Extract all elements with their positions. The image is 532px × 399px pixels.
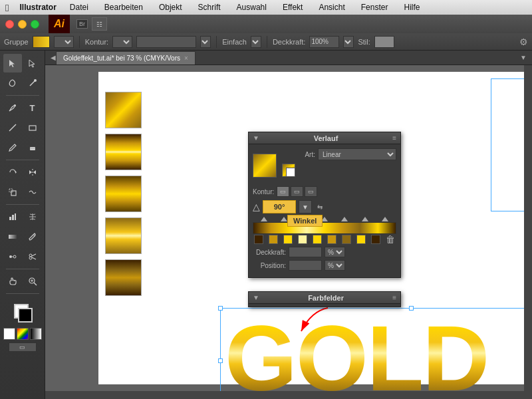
kontur-btn-1[interactable]: ▭	[277, 186, 289, 197]
handle-tm[interactable]	[409, 306, 414, 311]
deckkraft-panel-input[interactable]	[289, 247, 322, 257]
minimize-button[interactable]	[18, 20, 27, 29]
none-color[interactable]	[3, 328, 15, 340]
white-swatch[interactable]	[286, 168, 295, 177]
stop-top-2[interactable]	[281, 217, 287, 221]
handle-ml[interactable]	[218, 358, 223, 363]
deckkraft-select[interactable]	[343, 36, 354, 48]
horizontal-scrollbar[interactable]	[45, 391, 524, 399]
menu-bearbeiten[interactable]: Bearbeiten	[102, 1, 146, 13]
menu-schrift[interactable]: Schrift	[196, 1, 223, 13]
menu-fenster[interactable]: Fenster	[358, 1, 391, 13]
verlauf-menu-icon[interactable]: ≡	[392, 134, 396, 142]
reflect-tool[interactable]	[23, 163, 42, 182]
arrange-button[interactable]: ☷	[92, 17, 107, 31]
gradient-tool[interactable]	[3, 227, 22, 246]
scale-tool[interactable]	[3, 183, 22, 201]
stop-top-7[interactable]	[382, 217, 388, 221]
handle-tl[interactable]	[218, 306, 223, 311]
gradient-preview[interactable]	[253, 154, 277, 178]
add-stop[interactable]: 🗑	[386, 235, 395, 244]
farbfelder-collapse-icon[interactable]: ▼	[253, 294, 259, 301]
stop-bot-7[interactable]	[342, 235, 351, 244]
swatch-3[interactable]	[105, 176, 142, 212]
eyedropper-tool[interactable]	[23, 227, 42, 246]
eraser-tool[interactable]	[23, 138, 42, 157]
deckkraft-input[interactable]	[309, 36, 339, 48]
stop-top-6[interactable]	[362, 217, 368, 221]
verlauf-title-bar[interactable]: ▼ Verlauf ≡	[249, 132, 400, 144]
menu-ansicht[interactable]: Ansicht	[316, 1, 347, 13]
document-tab[interactable]: Goldeffekt_tut.ai* bei 73 % (CMYK/Vors ×	[56, 51, 196, 65]
stop-bot-3[interactable]	[283, 235, 293, 244]
kontur-input[interactable]	[136, 36, 196, 48]
swatch-1[interactable]	[105, 92, 142, 128]
kontur-btn-3[interactable]: ▭	[305, 186, 317, 197]
reverse-icon[interactable]: ⇆	[317, 203, 323, 211]
einfach-select[interactable]	[251, 36, 261, 48]
mesh-tool[interactable]	[23, 207, 42, 226]
rotate-tool[interactable]	[3, 163, 22, 182]
verlauf-collapse-icon[interactable]: ▼	[253, 134, 259, 142]
angle-dropdown[interactable]: ▼	[299, 200, 312, 213]
menu-effekt[interactable]: Effekt	[280, 1, 305, 13]
farbfelder-menu-icon[interactable]: ≡	[392, 294, 396, 301]
fill-color[interactable]	[33, 36, 50, 48]
stop-bot-9[interactable]	[371, 235, 380, 244]
shape-tool[interactable]	[23, 118, 42, 137]
farbfelder-title-bar[interactable]: ▼ Farbfelder ≡	[249, 292, 400, 304]
menu-objekt[interactable]: Objekt	[156, 1, 185, 13]
stop-top-5[interactable]	[341, 217, 348, 221]
tab-close[interactable]: ×	[184, 55, 188, 62]
stop-bot-5[interactable]	[313, 235, 322, 244]
direct-selection-tool[interactable]	[23, 54, 42, 72]
kontur-btn-2[interactable]: ▭	[291, 186, 303, 197]
stop-bot-6[interactable]	[327, 235, 336, 244]
swatch-5[interactable]	[105, 259, 142, 296]
zoom-tool[interactable]	[23, 272, 42, 291]
scissors-tool[interactable]	[23, 247, 42, 266]
apple-menu[interactable]: 	[5, 2, 9, 13]
stop-bot-1[interactable]	[254, 235, 263, 244]
kontur-select[interactable]	[112, 36, 132, 48]
lasso-tool[interactable]	[3, 74, 22, 92]
position-panel-input[interactable]	[289, 260, 322, 271]
stop-bot-8[interactable]	[356, 235, 366, 244]
stop-bot-2[interactable]	[269, 235, 278, 244]
options-menu-icon[interactable]: ⚙	[519, 37, 528, 47]
swatch-4[interactable]	[105, 217, 142, 254]
stroke-box[interactable]	[18, 308, 33, 323]
deckkraft-panel-select[interactable]: %	[325, 247, 345, 257]
br-badge[interactable]: Br	[76, 19, 88, 29]
tab-menu[interactable]: ▼	[520, 54, 527, 61]
art-select[interactable]: Linear Radial	[318, 148, 396, 160]
gradient-icon[interactable]	[30, 328, 42, 340]
stop-bot-4[interactable]	[298, 235, 307, 244]
vertical-scrollbar[interactable]	[524, 65, 532, 399]
menu-datei[interactable]: Datei	[67, 1, 91, 13]
angle-input[interactable]	[263, 200, 296, 213]
swatch-2[interactable]	[105, 134, 142, 170]
graph-tool[interactable]	[3, 207, 22, 226]
warp-tool[interactable]	[23, 183, 42, 201]
color-icon[interactable]	[17, 328, 29, 340]
pencil-tool[interactable]	[3, 138, 22, 157]
menu-hilfe[interactable]: Hilfe	[401, 1, 422, 13]
gradient-bar[interactable]	[253, 222, 396, 234]
menu-auswahl[interactable]: Auswahl	[234, 1, 269, 13]
line-tool[interactable]	[3, 118, 22, 137]
stop-top-1[interactable]	[261, 217, 267, 221]
screen-mode-button[interactable]: ▭	[9, 342, 37, 352]
fill-select[interactable]	[54, 36, 74, 48]
blend-tool[interactable]	[3, 247, 22, 266]
kontur-type[interactable]	[200, 36, 211, 48]
position-panel-select[interactable]: %	[325, 260, 345, 271]
maximize-button[interactable]	[31, 20, 39, 29]
panel-toggle[interactable]: ◀	[51, 54, 56, 61]
close-button[interactable]	[5, 20, 14, 29]
magic-wand-tool[interactable]	[23, 74, 42, 92]
pen-tool[interactable]	[3, 98, 22, 117]
selection-tool[interactable]	[3, 54, 22, 72]
hand-tool[interactable]	[3, 272, 22, 291]
type-tool[interactable]: T	[23, 98, 42, 117]
